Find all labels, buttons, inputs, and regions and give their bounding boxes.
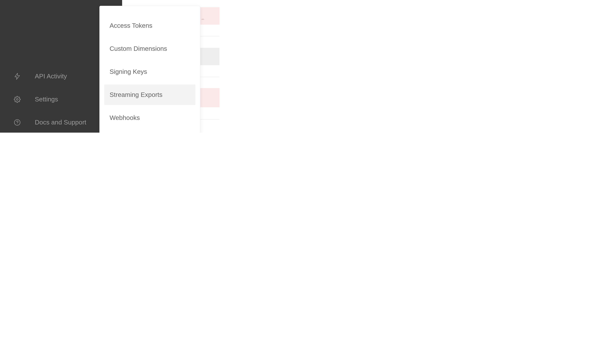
help-icon (14, 119, 21, 126)
background-snippet: APL (202, 19, 204, 20)
background-card (200, 48, 219, 65)
background-divider (200, 36, 219, 36)
background-divider (200, 119, 219, 119)
sidebar-item-label: Docs and Support (35, 119, 86, 126)
svg-marker-0 (15, 73, 20, 79)
svg-point-2 (14, 119, 20, 125)
gear-icon (14, 96, 21, 103)
sidebar-item-label: API Activity (35, 73, 67, 80)
sidebar-item-label: Settings (35, 96, 58, 103)
bolt-icon (14, 73, 21, 80)
settings-popover: Access Tokens Custom Dimensions Signing … (99, 6, 200, 133)
background-card (200, 7, 219, 25)
popover-item-signing-keys[interactable]: Signing Keys (104, 62, 195, 82)
popover-item-webhooks[interactable]: Webhooks (104, 107, 195, 128)
popover-item-streaming-exports[interactable]: Streaming Exports (104, 85, 195, 105)
svg-point-1 (16, 98, 18, 100)
background-card (200, 88, 219, 107)
background-divider (200, 77, 219, 77)
popover-item-custom-dimensions[interactable]: Custom Dimensions (104, 38, 195, 59)
popover-item-access-tokens[interactable]: Access Tokens (104, 15, 195, 36)
